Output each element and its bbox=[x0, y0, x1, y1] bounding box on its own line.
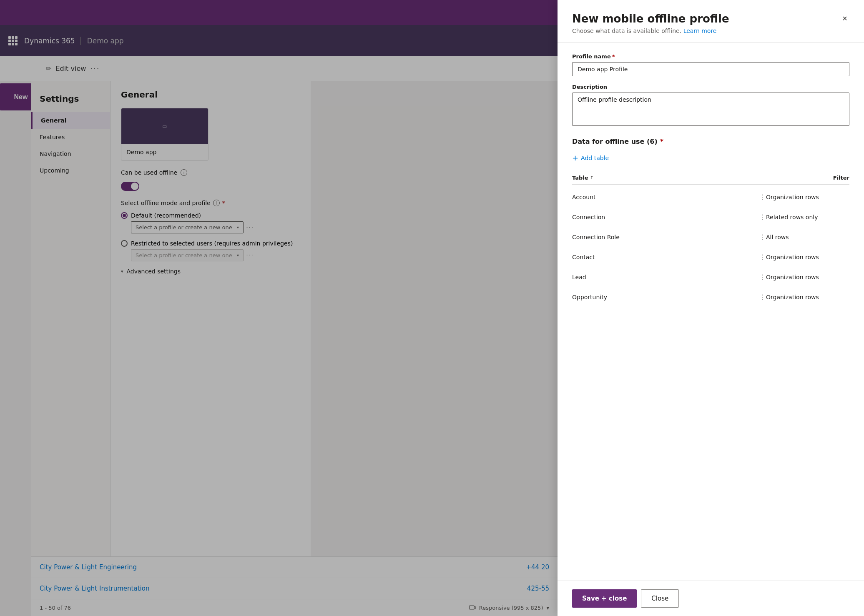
modal-panel: New mobile offline profile Choose what d… bbox=[558, 0, 864, 616]
learn-more-link[interactable]: Learn more bbox=[683, 28, 717, 34]
table-row-connection: Connection ⋮ Related rows only bbox=[572, 207, 849, 227]
data-section-title: Data for offline use (6) * bbox=[572, 138, 849, 145]
modal-footer: Save + close Close bbox=[558, 581, 864, 616]
sort-arrow: ↑ bbox=[590, 175, 594, 180]
profile-name-label: Profile name * bbox=[572, 53, 849, 60]
table-row-opportunity: Opportunity ⋮ Organization rows bbox=[572, 287, 849, 307]
modal-subtitle: Choose what data is available offline. L… bbox=[572, 28, 849, 34]
row-menu-account[interactable]: ⋮ bbox=[759, 193, 766, 201]
description-label: Description bbox=[572, 84, 849, 90]
save-close-button[interactable]: Save + close bbox=[572, 589, 637, 608]
plus-icon: + bbox=[572, 153, 578, 162]
modal-header: New mobile offline profile Choose what d… bbox=[558, 0, 864, 43]
row-menu-connection[interactable]: ⋮ bbox=[759, 213, 766, 221]
table-row-lead: Lead ⋮ Organization rows bbox=[572, 267, 849, 287]
row-menu-lead[interactable]: ⋮ bbox=[759, 273, 766, 281]
profile-name-required: * bbox=[612, 53, 615, 60]
table-row-connection-role: Connection Role ⋮ All rows bbox=[572, 227, 849, 247]
data-required-star: * bbox=[660, 138, 663, 145]
table-col-filter: Filter bbox=[833, 175, 849, 181]
row-menu-connection-role[interactable]: ⋮ bbox=[759, 233, 766, 241]
description-textarea[interactable]: Offline profile description bbox=[572, 93, 849, 126]
add-table-button[interactable]: + Add table bbox=[572, 152, 609, 164]
modal-title: New mobile offline profile bbox=[572, 13, 849, 25]
modal-close-button[interactable]: × bbox=[838, 12, 851, 25]
table-row-contact: Contact ⋮ Organization rows bbox=[572, 247, 849, 267]
table-header: Table ↑ Filter bbox=[572, 171, 849, 185]
table-row-account: Account ⋮ Organization rows bbox=[572, 187, 849, 207]
modal-body: Profile name * Description Offline profi… bbox=[558, 43, 864, 581]
row-menu-contact[interactable]: ⋮ bbox=[759, 253, 766, 261]
row-menu-opportunity[interactable]: ⋮ bbox=[759, 293, 766, 301]
close-button[interactable]: Close bbox=[641, 589, 679, 608]
profile-name-input[interactable] bbox=[572, 62, 849, 76]
table-col-table[interactable]: Table ↑ bbox=[572, 175, 594, 181]
